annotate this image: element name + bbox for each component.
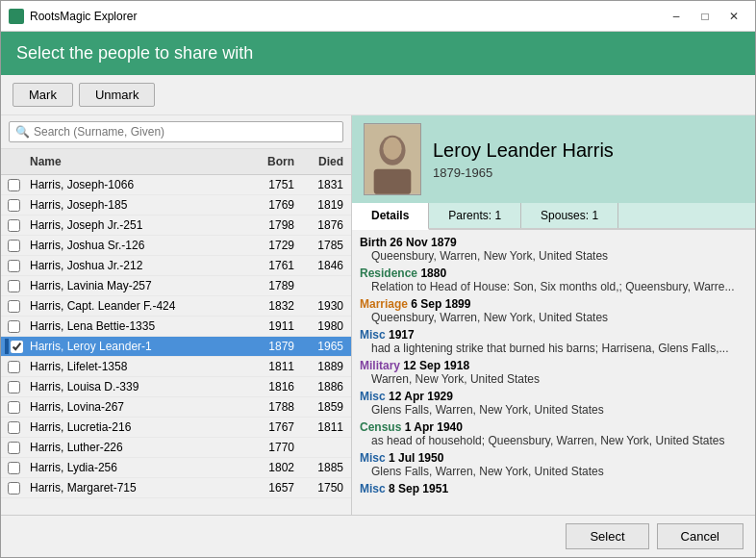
person-checkbox[interactable]: [8, 260, 20, 272]
person-died-cell: 1886: [298, 379, 351, 394]
list-item[interactable]: Harris, Joseph Jr.-25117981876: [1, 216, 351, 236]
content-area: 🔍 Name Born Died Harris, Joseph-10661751…: [1, 115, 755, 515]
detail-event: Census 1 Apr 1940as head of household; Q…: [352, 418, 755, 449]
person-born-cell: 1761: [245, 258, 298, 273]
person-checkbox[interactable]: [8, 381, 20, 393]
left-panel: 🔍 Name Born Died Harris, Joseph-10661751…: [1, 115, 352, 515]
page-title: Select the people to share with: [16, 43, 253, 63]
person-died-cell: 1846: [298, 258, 351, 273]
unmark-button[interactable]: Unmark: [79, 83, 156, 107]
person-checkbox[interactable]: [8, 320, 20, 333]
checkbox-cell: [1, 401, 26, 414]
person-checkbox[interactable]: [8, 300, 20, 313]
person-checkbox[interactable]: [8, 442, 20, 454]
person-checkbox[interactable]: [8, 421, 20, 434]
person-died-cell: 1819: [298, 197, 351, 213]
event-date: 26 Nov 1879: [390, 236, 456, 249]
list-item[interactable]: Harris, Luther-2261770: [1, 438, 351, 458]
event-title: Military 12 Sep 1918: [360, 359, 747, 372]
person-checkbox[interactable]: [8, 179, 20, 191]
person-born-cell: 1802: [245, 460, 298, 475]
list-item[interactable]: Harris, Capt. Leander F.-42418321930: [1, 296, 351, 317]
person-checkbox[interactable]: [8, 401, 20, 414]
list-item[interactable]: Harris, Lydia-25618021885: [1, 458, 351, 478]
person-list[interactable]: Harris, Joseph-106617511831Harris, Josep…: [1, 175, 351, 515]
person-checkbox[interactable]: [8, 280, 20, 292]
person-died-cell: 1811: [298, 419, 351, 435]
person-name-cell: Harris, Lucretia-216: [26, 419, 245, 435]
person-checkbox[interactable]: [8, 219, 20, 232]
person-name-cell: Harris, Luther-226: [26, 440, 245, 455]
event-type-label: Misc: [360, 390, 389, 403]
checkbox-cell: [1, 381, 26, 393]
svg-point-3: [383, 138, 401, 160]
person-born-cell: 1729: [245, 238, 298, 253]
header-born-col: Born: [245, 153, 298, 170]
person-born-cell: 1832: [245, 298, 298, 314]
detail-tab[interactable]: Parents: 1: [429, 203, 521, 228]
person-name-cell: Harris, Joshua Sr.-126: [26, 238, 245, 253]
person-checkbox[interactable]: [8, 240, 20, 252]
list-item[interactable]: Harris, Lifelet-135818111889: [1, 357, 351, 377]
event-description: Queensbury, Warren, New York, United Sta…: [360, 249, 747, 263]
detail-event: Birth 26 Nov 1879Queensbury, Warren, New…: [352, 234, 755, 265]
person-name-cell: Harris, Margaret-715: [26, 480, 245, 495]
list-item[interactable]: Harris, Louisa D.-33918161886: [1, 377, 351, 397]
event-date: 6 Sep 1899: [411, 297, 470, 311]
event-title: Misc 8 Sep 1951: [360, 482, 747, 495]
event-date: 8 Sep 1951: [389, 482, 448, 495]
select-button[interactable]: Select: [566, 523, 648, 549]
checkbox-cell: [1, 199, 26, 212]
checkbox-cell: [1, 320, 26, 333]
person-checkbox[interactable]: [11, 341, 23, 353]
list-item[interactable]: Harris, Joseph-106617511831: [1, 175, 351, 195]
list-item[interactable]: Harris, Margaret-71516571750: [1, 478, 351, 498]
cancel-button[interactable]: Cancel: [657, 523, 743, 549]
event-title: Misc 12 Apr 1929: [360, 390, 747, 403]
detail-tab[interactable]: Spouses: 1: [521, 203, 618, 228]
person-checkbox[interactable]: [8, 361, 20, 373]
person-checkbox[interactable]: [8, 199, 20, 212]
person-died-cell: [298, 285, 351, 287]
person-checkbox[interactable]: [8, 462, 20, 474]
person-name-cell: Harris, Joseph Jr.-251: [26, 217, 245, 233]
search-input[interactable]: [34, 125, 337, 139]
detail-event: Misc 1917had a lightening strike that bu…: [352, 326, 755, 357]
list-item[interactable]: Harris, Joshua Sr.-12617291785: [1, 236, 351, 256]
list-item[interactable]: Harris, Leroy Leander-118791965: [1, 337, 351, 357]
list-item[interactable]: Harris, Joseph-18517691819: [1, 195, 351, 216]
maximize-button[interactable]: □: [692, 6, 718, 27]
selected-mark: [5, 339, 9, 354]
person-born-cell: 1816: [245, 379, 298, 394]
event-title: Misc 1 Jul 1950: [360, 451, 747, 465]
person-photo: [364, 123, 421, 195]
person-died-cell: 1750: [298, 480, 351, 495]
checkbox-cell: [1, 260, 26, 272]
person-name-cell: Harris, Lavinia May-257: [26, 278, 245, 293]
mark-button[interactable]: Mark: [13, 83, 73, 107]
person-name-cell: Harris, Lifelet-1358: [26, 359, 245, 374]
window-title: RootsMagic Explorer: [30, 10, 663, 23]
detail-event: Misc 1 Jul 1950Glens Falls, Warren, New …: [352, 449, 755, 480]
checkbox-cell: [1, 280, 26, 292]
detail-tabs: DetailsParents: 1Spouses: 1: [352, 203, 755, 230]
header-name-col: Name: [26, 153, 245, 170]
event-date: 1 Apr 1940: [405, 420, 463, 434]
person-checkbox[interactable]: [8, 482, 20, 495]
list-item[interactable]: Harris, Lena Bettie-133519111980: [1, 317, 351, 337]
list-item[interactable]: Harris, Lovina-26717881859: [1, 397, 351, 418]
app-icon: [9, 9, 24, 24]
event-description: had a lightening strike that burned his …: [360, 342, 747, 355]
close-button[interactable]: ✕: [720, 6, 747, 27]
person-name-cell: Harris, Joseph-185: [26, 197, 245, 213]
event-type-label: Birth: [360, 236, 390, 249]
minimize-button[interactable]: –: [663, 6, 690, 27]
event-title: Residence 1880: [360, 266, 747, 280]
window-controls: – □ ✕: [663, 6, 747, 27]
list-item[interactable]: Harris, Lavinia May-2571789: [1, 276, 351, 296]
detail-tab[interactable]: Details: [352, 203, 429, 230]
list-item[interactable]: Harris, Lucretia-21617671811: [1, 418, 351, 438]
list-item[interactable]: Harris, Joshua Jr.-21217611846: [1, 256, 351, 276]
person-name-cell: Harris, Lydia-256: [26, 460, 245, 475]
person-name-cell: Harris, Lena Bettie-1335: [26, 318, 245, 334]
